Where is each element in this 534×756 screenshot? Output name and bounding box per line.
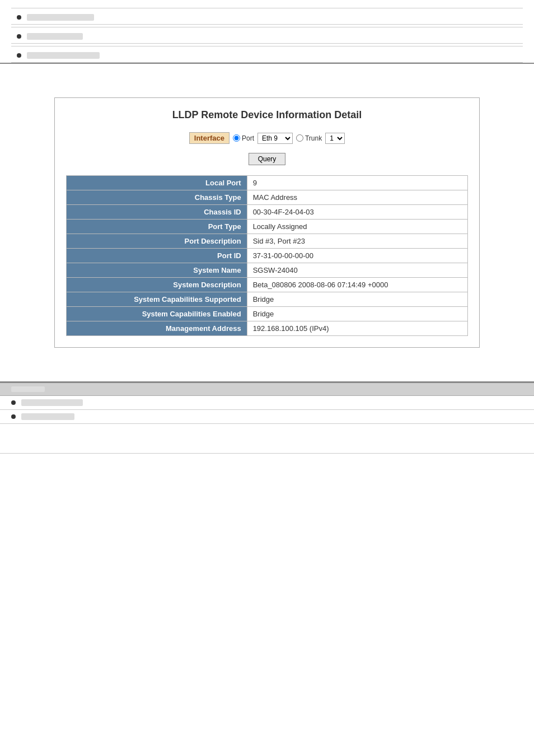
- port-radio-group: Port: [233, 134, 254, 142]
- table-cell-value-2: 00-30-4F-24-04-03: [247, 205, 467, 220]
- table-row: Chassis TypeMAC Address: [67, 190, 468, 205]
- top-bullet-2: [11, 30, 523, 44]
- spacer-1: [0, 64, 534, 81]
- table-cell-value-0: 9: [247, 176, 467, 190]
- main-content: LLDP Remote Device Information Detail In…: [0, 81, 534, 365]
- trunk-select[interactable]: 1 2 3: [325, 133, 345, 144]
- table-cell-label-8: System Capabilities Supported: [67, 292, 247, 307]
- bottom-header-bar: [0, 383, 534, 396]
- table-row: Management Address192.168.100.105 (IPv4): [67, 321, 468, 336]
- table-cell-value-1: MAC Address: [247, 190, 467, 205]
- table-row: Chassis ID00-30-4F-24-04-03: [67, 205, 468, 220]
- bullet-text-2: [27, 33, 83, 40]
- table-cell-label-4: Port Description: [67, 234, 247, 249]
- table-row: Port TypeLocally Assigned: [67, 220, 468, 234]
- mid-divider-1: [11, 27, 523, 27]
- table-cell-value-4: Sid #3, Port #23: [247, 234, 467, 249]
- table-row: Local Port9: [67, 176, 468, 190]
- bottom-section: [0, 381, 534, 454]
- bottom-bullet-icon-1: [11, 400, 16, 405]
- table-cell-value-8: Bridge: [247, 292, 467, 307]
- port-radio-input[interactable]: [233, 134, 240, 142]
- table-cell-label-10: Management Address: [67, 321, 247, 336]
- table-row: Port ID37-31-00-00-00-00: [67, 249, 468, 263]
- bottom-bullet-1: [0, 396, 534, 410]
- table-cell-label-1: Chassis Type: [67, 190, 247, 205]
- lldp-info-table: Local Port9Chassis TypeMAC AddressChassi…: [66, 175, 468, 336]
- table-cell-value-10: 192.168.100.105 (IPv4): [247, 321, 467, 336]
- lldp-info-box: LLDP Remote Device Information Detail In…: [54, 97, 480, 348]
- table-cell-label-5: Port ID: [67, 249, 247, 263]
- trunk-radio-label: Trunk: [305, 134, 322, 142]
- table-cell-value-7: Beta_080806 2008-08-06 07:14:49 +0000: [247, 278, 467, 292]
- bottom-header-text: [11, 386, 45, 392]
- bullet-icon-3: [17, 53, 21, 58]
- bottom-section-end: [0, 424, 534, 454]
- mid-divider-2: [11, 46, 523, 46]
- bullet-icon-2: [17, 34, 21, 39]
- table-cell-value-5: 37-31-00-00-00-00: [247, 249, 467, 263]
- bottom-bullet-text-2: [21, 413, 74, 420]
- bottom-bullet-text-1: [21, 399, 83, 406]
- table-cell-value-3: Locally Assigned: [247, 220, 467, 234]
- top-section: [0, 0, 534, 64]
- interface-row: Interface Port Eth 9 Eth 10 Eth 11 Trunk…: [66, 132, 468, 144]
- table-cell-label-6: System Name: [67, 263, 247, 278]
- query-row: Query: [66, 153, 468, 165]
- table-cell-value-6: SGSW-24040: [247, 263, 467, 278]
- table-row: System NameSGSW-24040: [67, 263, 468, 278]
- table-row: System Capabilities EnabledBridge: [67, 307, 468, 321]
- table-row: System DescriptionBeta_080806 2008-08-06…: [67, 278, 468, 292]
- table-cell-label-0: Local Port: [67, 176, 247, 190]
- table-cell-label-9: System Capabilities Enabled: [67, 307, 247, 321]
- page-wrapper: LLDP Remote Device Information Detail In…: [0, 0, 534, 454]
- table-cell-label-2: Chassis ID: [67, 205, 247, 220]
- top-bullet-3: [11, 49, 523, 63]
- top-bullet-1: [11, 11, 523, 25]
- lldp-title: LLDP Remote Device Information Detail: [66, 109, 468, 121]
- table-cell-value-9: Bridge: [247, 307, 467, 321]
- table-cell-label-3: Port Type: [67, 220, 247, 234]
- table-row: System Capabilities SupportedBridge: [67, 292, 468, 307]
- trunk-radio-group: Trunk: [296, 134, 322, 142]
- bullet-text-1: [27, 14, 94, 21]
- bottom-bullet-2: [0, 410, 534, 424]
- trunk-radio-input[interactable]: [296, 134, 303, 142]
- port-select[interactable]: Eth 9 Eth 10 Eth 11: [257, 133, 293, 144]
- bottom-bullet-icon-2: [11, 414, 16, 419]
- interface-label: Interface: [189, 132, 229, 144]
- top-divider: [11, 8, 523, 8]
- bullet-text-3: [27, 52, 100, 59]
- port-radio-label: Port: [242, 134, 254, 142]
- table-row: Port DescriptionSid #3, Port #23: [67, 234, 468, 249]
- bullet-icon-1: [17, 15, 21, 20]
- query-button[interactable]: Query: [249, 153, 286, 165]
- table-cell-label-7: System Description: [67, 278, 247, 292]
